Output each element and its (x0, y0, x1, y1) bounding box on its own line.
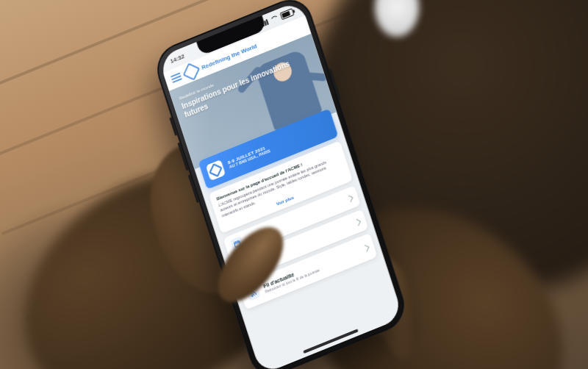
svg-point-1 (251, 295, 253, 296)
battery-icon (280, 8, 295, 20)
chevron-right-icon (362, 245, 369, 251)
menu-icon[interactable] (171, 72, 182, 83)
chevron-right-icon (354, 218, 361, 225)
wifi-icon (270, 14, 280, 24)
chevron-right-icon (346, 195, 353, 201)
status-time: 14:32 (169, 52, 185, 64)
phone-mute-switch (169, 117, 177, 136)
brand-logo-icon (206, 160, 226, 181)
brand-logo-icon (183, 62, 201, 80)
photo-scene: 14:32 Redefining the World (0, 0, 588, 369)
